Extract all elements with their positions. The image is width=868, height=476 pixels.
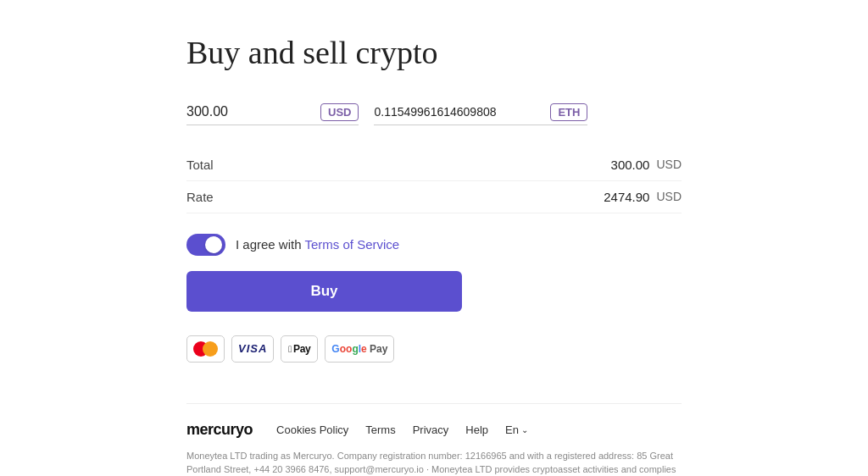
rate-currency: USD (656, 190, 682, 203)
footer-nav: mercuryo Cookies Policy Terms Privacy He… (186, 421, 682, 439)
total-row: Total 300.00 USD (186, 149, 682, 181)
total-label: Total (186, 158, 214, 172)
exchange-row: 300.00 USD 0.11549961614609808 ETH (186, 103, 682, 125)
payment-icons-row: VISA Pay Google Pay (186, 335, 682, 363)
rate-label: Rate (186, 190, 214, 204)
mastercard-logo (193, 341, 218, 357)
gpay-logo: Google Pay (331, 343, 387, 355)
terms-toggle[interactable] (186, 234, 225, 256)
to-amount-input[interactable]: 0.11549961614609808 (374, 105, 543, 119)
footer-link-help[interactable]: Help (465, 423, 488, 436)
footer-link-terms[interactable]: Terms (365, 423, 395, 436)
agree-prefix: I agree with (236, 237, 304, 252)
footer-legal-text: Moneytea LTD trading as Mercuryo. Compan… (186, 449, 682, 476)
mastercard-payment-icon (186, 335, 225, 363)
total-amount: 300.00 (611, 158, 650, 172)
gpay-payment-icon: Google Pay (325, 335, 394, 363)
buy-button[interactable]: Buy (186, 271, 462, 312)
page-title: Buy and sell crypto (186, 34, 682, 73)
agreement-row: I agree with Terms of Service (186, 234, 682, 256)
total-currency: USD (656, 158, 682, 171)
toggle-slider (186, 234, 225, 256)
total-value-group: 300.00 USD (611, 158, 682, 172)
from-currency-selector[interactable]: USD (320, 103, 359, 121)
chevron-down-icon: ⌄ (521, 425, 528, 434)
terms-link[interactable]: Terms of Service (304, 237, 399, 252)
mc-orange-circle (203, 341, 218, 357)
footer-link-cookies[interactable]: Cookies Policy (276, 423, 348, 436)
visa-payment-icon: VISA (231, 335, 274, 363)
rate-row: Rate 2474.90 USD (186, 181, 682, 213)
applepay-payment-icon: Pay (281, 335, 318, 363)
footer-language-selector[interactable]: En ⌄ (505, 423, 528, 436)
footer-lang-label: En (505, 423, 519, 436)
footer-brand: mercuryo (186, 421, 253, 439)
visa-logo: VISA (238, 342, 267, 355)
rate-value-group: 2474.90 USD (604, 190, 682, 204)
footer-link-privacy[interactable]: Privacy (413, 423, 449, 436)
rate-amount: 2474.90 (604, 190, 649, 204)
agree-text: I agree with Terms of Service (236, 237, 399, 252)
footer: mercuryo Cookies Policy Terms Privacy He… (186, 403, 682, 476)
to-currency-selector[interactable]: ETH (550, 103, 587, 121)
from-amount-input[interactable]: 300.00 (186, 104, 314, 119)
applepay-logo: Pay (288, 343, 310, 355)
from-input-group: 300.00 USD (186, 103, 359, 125)
to-input-group: 0.11549961614609808 ETH (374, 103, 587, 125)
